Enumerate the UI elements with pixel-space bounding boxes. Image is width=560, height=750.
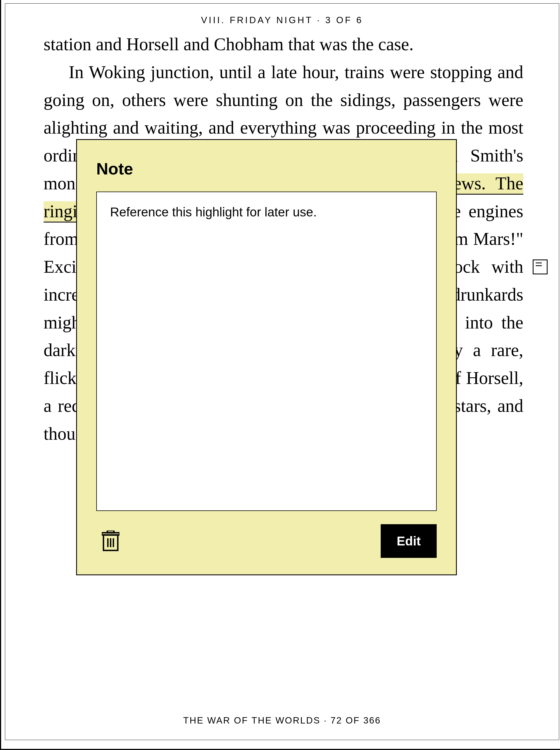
inner-border	[5, 3, 559, 740]
